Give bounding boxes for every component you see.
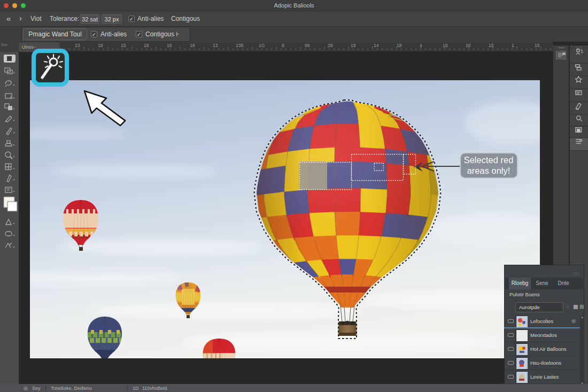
- svg-text:99: 99: [305, 43, 310, 48]
- svg-text:8: 8: [282, 43, 284, 48]
- svg-text:135: 135: [236, 43, 243, 48]
- svg-text:areas only!: areas only!: [467, 166, 510, 175]
- svg-text:18: 18: [98, 43, 103, 48]
- svg-text:15: 15: [443, 43, 448, 48]
- svg-text:18: 18: [190, 43, 195, 48]
- svg-text:18: 18: [397, 43, 402, 48]
- svg-text:29: 29: [328, 43, 333, 48]
- svg-text:16: 16: [167, 43, 172, 48]
- svg-text:14: 14: [374, 43, 379, 48]
- svg-text:23: 23: [75, 43, 80, 48]
- svg-text:10: 10: [466, 43, 471, 48]
- svg-text:1G: 1G: [259, 43, 265, 48]
- svg-text:1: 1: [512, 43, 514, 48]
- svg-text:19: 19: [351, 43, 356, 48]
- svg-text:15: 15: [121, 43, 126, 48]
- svg-text:Selected red: Selected red: [464, 155, 514, 165]
- svg-text:15: 15: [535, 43, 540, 48]
- svg-text:18: 18: [144, 43, 149, 48]
- svg-text:13: 13: [213, 43, 218, 48]
